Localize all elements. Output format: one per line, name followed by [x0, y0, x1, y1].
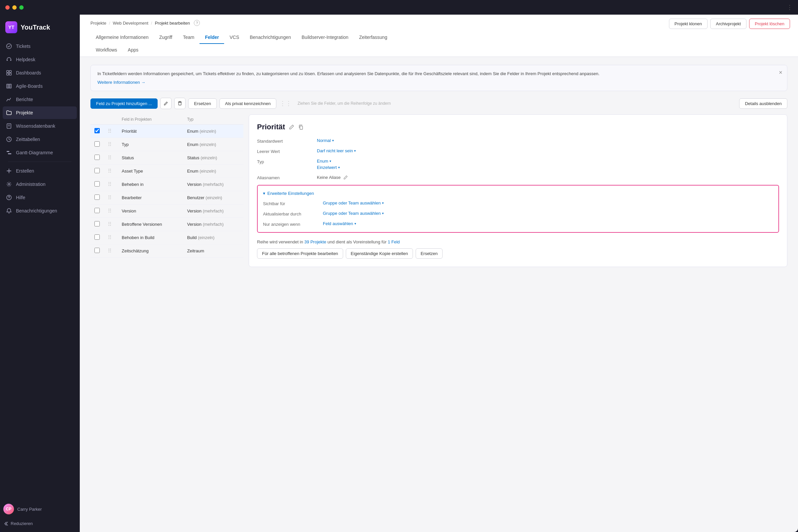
sidebar-item-dashboards[interactable]: Dashboards: [3, 66, 77, 79]
row-checkbox[interactable]: [94, 168, 100, 173]
collapse-label: Reduzieren: [11, 521, 33, 526]
collapse-sidebar[interactable]: Reduzieren: [0, 518, 79, 529]
minimize-button[interactable]: [12, 5, 17, 10]
drag-handle[interactable]: ⠿: [108, 248, 112, 254]
field-name-cell: Version: [118, 205, 183, 218]
sidebar-item-create[interactable]: Erstellen: [3, 165, 77, 177]
tab-zeiterfassung[interactable]: Zeiterfassung: [354, 31, 393, 44]
sidebar-item-label: Benachrichtigungen: [16, 208, 57, 213]
sidebar-item-timetables[interactable]: Zeittabellen: [3, 133, 77, 146]
sidebar-item-gantt[interactable]: Gantt-Diagramme: [3, 146, 77, 159]
advanced-toggle[interactable]: ▾ Erweiterte Einstellungen: [263, 191, 773, 196]
edit-icon-button[interactable]: [160, 98, 172, 109]
table-row[interactable]: ⠿ Typ Enum (einzeln): [91, 138, 243, 151]
tabs-row2: Workflows Apps: [91, 44, 787, 57]
tab-workflows[interactable]: Workflows: [91, 44, 122, 57]
tab-team[interactable]: Team: [177, 31, 200, 44]
table-row[interactable]: ⠿ Version Version (mehrfach): [91, 205, 243, 218]
drag-handle[interactable]: ⠿: [108, 235, 112, 241]
logo[interactable]: YT YouTrack: [0, 17, 79, 40]
drag-handle[interactable]: ⠿: [108, 182, 112, 187]
sidebar-item-projekte[interactable]: Projekte: [3, 107, 77, 119]
row-checkbox[interactable]: [94, 128, 100, 133]
typ-sub-value[interactable]: Einzelwert ▾: [317, 165, 340, 170]
replace-button[interactable]: Ersetzen: [188, 98, 216, 109]
drag-handle[interactable]: ⠿: [108, 141, 112, 147]
sidebar-item-help[interactable]: Hilfe: [3, 191, 77, 204]
sichtbar-value[interactable]: Gruppe oder Team auswählen ▾: [323, 201, 384, 206]
create-copy-button[interactable]: Eigenständige Kopie erstellen: [346, 248, 413, 259]
nur-anzeigen-label: Nur anzeigen wenn: [263, 221, 323, 227]
row-checkbox[interactable]: [94, 194, 100, 200]
replace-detail-button[interactable]: Ersetzen: [416, 248, 442, 259]
help-icon[interactable]: ?: [194, 20, 200, 26]
table-row[interactable]: ⠿ Priorität Enum (einzeln): [91, 125, 243, 138]
table-row[interactable]: ⠿ Status Status (einzeln): [91, 151, 243, 165]
row-checkbox[interactable]: [94, 181, 100, 187]
edit-all-projects-button[interactable]: Für alle betroffenen Projekte bearbeiten: [257, 248, 343, 259]
sidebar-item-helpdesk[interactable]: Helpdesk: [3, 53, 77, 66]
tab-felder[interactable]: Felder: [200, 31, 224, 44]
tab-zugriff[interactable]: Zugriff: [154, 31, 177, 44]
tab-apps[interactable]: Apps: [122, 44, 144, 57]
drag-handle[interactable]: ⠿: [108, 155, 112, 160]
table-row[interactable]: ⠿ Betroffene Versionen Version (mehrfach…: [91, 218, 243, 231]
sidebar-item-wiki[interactable]: Wissensdatenbank: [3, 120, 77, 132]
drag-handle[interactable]: ⠿: [108, 168, 112, 174]
private-button[interactable]: Als privat kennzeichnen: [220, 98, 276, 109]
table-row[interactable]: ⠿ Bearbeiter Benutzer (einzeln): [91, 191, 243, 205]
sidebar-item-reports[interactable]: Berichte: [3, 93, 77, 106]
breadcrumb-web-development[interactable]: Web Development: [113, 21, 148, 25]
standard-value[interactable]: Normal ▾: [317, 138, 334, 143]
add-field-button[interactable]: Feld zu Projekt hinzufügen ...: [91, 98, 158, 109]
breadcrumb-projekte[interactable]: Projekte: [91, 21, 107, 25]
tab-vcs[interactable]: VCS: [224, 31, 244, 44]
delete-button[interactable]: Projekt löschen: [749, 19, 790, 29]
hide-details-button[interactable]: Details ausblenden: [739, 98, 787, 109]
row-checkbox[interactable]: [94, 155, 100, 160]
row-checkbox[interactable]: [94, 234, 100, 240]
close-button[interactable]: [5, 5, 10, 10]
table-row[interactable]: ⠿ Beheben in Version (mehrfach): [91, 178, 243, 191]
advanced-settings-box: ▾ Erweiterte Einstellungen Sichtbar für …: [257, 185, 779, 233]
nur-anzeigen-value[interactable]: Feld auswählen ▾: [323, 221, 356, 226]
leerer-wert-value[interactable]: Darf nicht leer sein ▾: [317, 148, 356, 153]
info-close-button[interactable]: ×: [779, 69, 782, 76]
info-link[interactable]: Weitere Informationen →: [97, 80, 145, 85]
tab-allgemein[interactable]: Allgemeine Informationen: [91, 31, 154, 44]
typ-label: Typ: [257, 158, 317, 164]
footer-projects-link[interactable]: 39 Projekte: [304, 240, 326, 244]
content-header: Projekte / Web Development / Projekt bea…: [80, 15, 798, 57]
row-checkbox[interactable]: [94, 141, 100, 147]
drag-handle[interactable]: ⠿: [108, 195, 112, 201]
detail-copy-button[interactable]: [298, 124, 304, 130]
menu-dots[interactable]: ⋮: [787, 4, 793, 11]
aliasname-row: Aliasnamen Keine Aliase: [257, 174, 779, 180]
delete-icon-button[interactable]: [174, 98, 186, 109]
sidebar-item-notifications[interactable]: Benachrichtigungen: [3, 205, 77, 217]
drag-handle[interactable]: ⠿: [108, 128, 112, 134]
aktualisierbar-value[interactable]: Gruppe oder Team auswählen ▾: [323, 211, 384, 216]
typ-main-value[interactable]: Enum ▾: [317, 158, 340, 164]
tab-buildserver[interactable]: Buildserver-Integration: [296, 31, 354, 44]
user-profile[interactable]: CP Carry Parker: [0, 500, 79, 518]
footer-fields-link[interactable]: 1 Feld: [388, 240, 400, 244]
clone-button[interactable]: Projekt klonen: [669, 19, 707, 29]
archive-button[interactable]: Archivprojekt: [710, 19, 746, 29]
sidebar-item-admin[interactable]: Administration: [3, 178, 77, 191]
maximize-button[interactable]: [19, 5, 24, 10]
tab-benachrichtigungen[interactable]: Benachrichtigungen: [244, 31, 296, 44]
row-checkbox[interactable]: [94, 208, 100, 213]
detail-edit-button[interactable]: [288, 124, 295, 130]
table-row[interactable]: ⠿ Asset Type Enum (einzeln): [91, 165, 243, 178]
table-row[interactable]: ⠿ Behoben in Build Build (einzeln): [91, 231, 243, 244]
drag-handle[interactable]: ⠿: [108, 222, 112, 227]
row-checkbox[interactable]: [94, 248, 100, 253]
row-checkbox[interactable]: [94, 221, 100, 226]
sidebar-item-label: Helpdesk: [16, 57, 35, 62]
drag-handle[interactable]: ⠿: [108, 208, 112, 214]
aliasname-edit-button[interactable]: [343, 174, 348, 180]
table-row[interactable]: ⠿ Zeitschätzung Zeitraum: [91, 244, 243, 258]
sidebar-item-agile[interactable]: Agile-Boards: [3, 80, 77, 92]
sidebar-item-tickets[interactable]: Tickets: [3, 40, 77, 53]
